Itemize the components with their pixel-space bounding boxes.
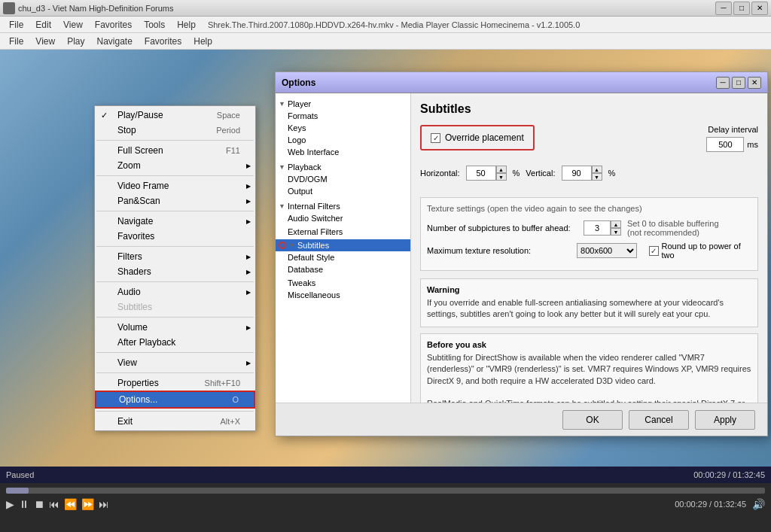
menu-help[interactable]: Help: [171, 18, 202, 32]
tree-item-formats[interactable]: Formats: [285, 110, 410, 122]
seekbar-fill: [6, 488, 29, 494]
ctx-audio[interactable]: Audio: [95, 284, 255, 299]
ctx-sep-2: [96, 175, 254, 176]
player-menu-play[interactable]: Play: [61, 35, 90, 48]
minimize-button[interactable]: ─: [715, 2, 732, 15]
player-menu-navigate[interactable]: Navigate: [90, 35, 138, 48]
status-text: Paused: [6, 470, 34, 479]
tree-item-keys[interactable]: Keys: [285, 122, 410, 134]
options-dialog: Options ─ □ ✕ ▼ Player Formats Keys: [275, 71, 768, 436]
ctx-stop[interactable]: Stop Period: [95, 123, 255, 138]
vertical-input[interactable]: [562, 166, 592, 181]
player-menu-view[interactable]: View: [29, 35, 61, 48]
delay-interval-unit: ms: [747, 140, 758, 149]
ctx-properties[interactable]: Properties Shift+F10: [95, 375, 255, 391]
tree-item-subtitles[interactable]: ▼ Subtitles: [276, 239, 410, 251]
dialog-minimize-btn[interactable]: ─: [716, 77, 730, 89]
ctx-video-frame[interactable]: Video Frame: [95, 178, 255, 193]
options-label: Options...: [119, 394, 157, 405]
player-menu-help[interactable]: Help: [187, 35, 218, 48]
menu-tools[interactable]: Tools: [138, 18, 171, 32]
menu-edit[interactable]: Edit: [29, 18, 57, 32]
player-menu-file[interactable]: File: [3, 35, 29, 48]
ctx-shaders[interactable]: Shaders: [95, 264, 255, 279]
ctx-options[interactable]: Options... O: [95, 391, 255, 409]
pause-button[interactable]: ⏸: [19, 498, 29, 510]
rewind-button[interactable]: ⏪: [64, 498, 77, 510]
tree-item-output[interactable]: Output: [285, 185, 410, 197]
menu-view[interactable]: View: [57, 18, 89, 32]
buffer-input[interactable]: [584, 220, 611, 236]
player-menu-favorites[interactable]: Favorites: [139, 35, 187, 48]
set-zero-note: Set 0 to disable buffering(not recommend…: [627, 219, 719, 237]
seekbar[interactable]: [6, 488, 765, 494]
ctx-fullscreen[interactable]: Full Screen F11: [95, 143, 255, 158]
ctx-navigate[interactable]: Navigate: [95, 214, 255, 229]
cancel-button[interactable]: Cancel: [629, 410, 689, 430]
ok-button[interactable]: OK: [562, 410, 623, 430]
dialog-title: Options: [282, 78, 315, 88]
tree-item-dvdogm[interactable]: DVD/OGM: [285, 173, 410, 185]
round-up-label: Round up to power of two: [662, 242, 751, 260]
ctx-exit[interactable]: Exit Alt+X: [95, 414, 255, 429]
tree-item-internal-filters[interactable]: ▼ Internal Filters: [276, 200, 410, 212]
apply-button[interactable]: Apply: [695, 410, 755, 430]
buffer-down-btn[interactable]: ▼: [611, 228, 621, 236]
ctx-filters[interactable]: Filters: [95, 249, 255, 264]
horizontal-input[interactable]: [466, 166, 496, 181]
vertical-up-btn[interactable]: ▲: [592, 166, 602, 173]
override-placement-checkbox[interactable]: [431, 133, 440, 143]
tree-item-player[interactable]: ▼ Player: [276, 98, 410, 110]
ctx-favorites[interactable]: Favorites: [95, 229, 255, 244]
ctx-sep-3: [96, 211, 254, 211]
window-title: chu_d3 - Viet Nam High-Definition Forums: [18, 4, 173, 13]
after-playback-label: After Playback: [117, 337, 175, 348]
dialog-close-btn[interactable]: ✕: [748, 77, 761, 89]
tree-node-player: ▼ Player Formats Keys Logo Web Interface: [276, 96, 410, 160]
horizontal-down-btn[interactable]: ▼: [496, 173, 507, 181]
menu-file[interactable]: File: [3, 18, 29, 32]
before-ask-title: Before you ask: [427, 340, 751, 349]
tree-node-internal-filters: ▼ Internal Filters Audio Switcher: [276, 199, 410, 226]
dialog-footer: OK Cancel Apply: [276, 403, 767, 436]
tree-item-webinterface[interactable]: Web Interface: [285, 146, 410, 158]
maximize-button[interactable]: □: [733, 2, 750, 15]
ctx-zoom[interactable]: Zoom: [95, 158, 255, 173]
menu-favorites[interactable]: Favorites: [89, 18, 138, 32]
forward-button[interactable]: ⏩: [81, 498, 94, 510]
buffer-spinbox: ▲ ▼: [584, 220, 621, 236]
ctx-subtitles[interactable]: Subtitles: [95, 299, 255, 315]
tree-item-external-filters[interactable]: External Filters: [276, 226, 410, 238]
tree-item-tweaks[interactable]: Tweaks: [276, 277, 410, 289]
dialog-maximize-btn[interactable]: □: [732, 77, 745, 89]
horizontal-up-btn[interactable]: ▲: [496, 166, 507, 173]
tree-item-playback[interactable]: ▼ Playback: [276, 161, 410, 173]
buffer-up-btn[interactable]: ▲: [611, 220, 621, 228]
tree-item-miscellaneous[interactable]: Miscellaneous: [276, 289, 410, 301]
prev-button[interactable]: ⏮: [49, 498, 59, 510]
ctx-view[interactable]: View: [95, 355, 255, 370]
play-button[interactable]: ▶: [6, 498, 14, 510]
vertical-label: Vertical:: [526, 169, 555, 178]
ctx-after-playback[interactable]: After Playback: [95, 335, 255, 350]
round-up-checkbox[interactable]: [649, 246, 658, 256]
dialog-body: ▼ Player Formats Keys Logo Web Interface: [276, 93, 767, 403]
delay-interval-input[interactable]: [706, 137, 744, 152]
close-button[interactable]: ✕: [751, 2, 768, 15]
tree-node-subtitles: ▼ Subtitles Default Style Database: [276, 238, 410, 277]
next-button[interactable]: ⏭: [99, 498, 109, 510]
tree-item-default-style[interactable]: Default Style: [285, 251, 410, 263]
volume-icon[interactable]: 🔊: [752, 498, 765, 510]
ctx-sep-5: [96, 281, 254, 282]
tree-item-logo[interactable]: Logo: [285, 134, 410, 146]
tree-item-database[interactable]: Database: [285, 263, 410, 275]
ctx-pan-scan[interactable]: Pan&Scan: [95, 193, 255, 208]
stop-button[interactable]: ⏹: [34, 498, 44, 510]
resolution-dropdown[interactable]: 800x600 1024x768 1280x720: [577, 243, 637, 258]
tree-item-audio-switcher[interactable]: Audio Switcher: [285, 212, 410, 224]
warning-text: If you override and enable full-screen a…: [427, 297, 751, 321]
vertical-down-btn[interactable]: ▼: [592, 173, 602, 181]
ctx-play-pause[interactable]: Play/Pause Space: [95, 108, 255, 123]
ctx-volume[interactable]: Volume: [95, 320, 255, 335]
buffer-label: Number of subpictures to buffer ahead:: [427, 223, 577, 233]
